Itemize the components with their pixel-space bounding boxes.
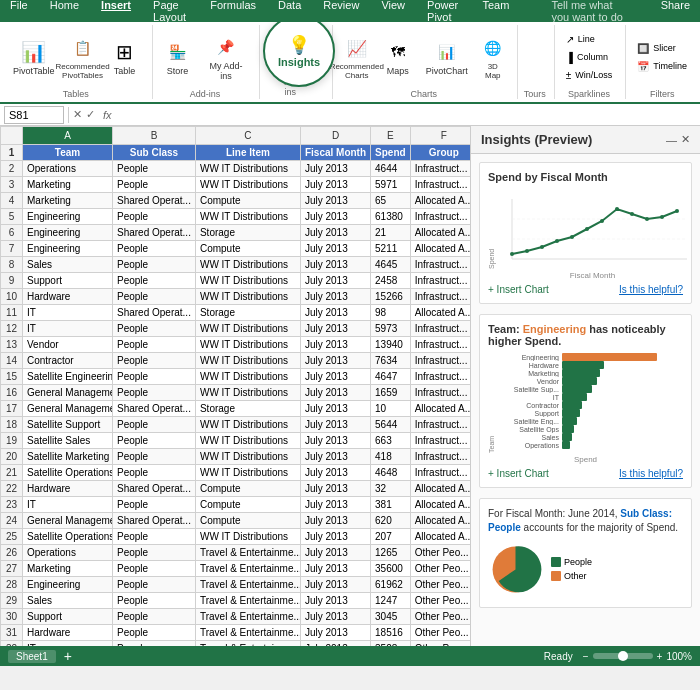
cell[interactable]: Allocated A... [410, 401, 470, 417]
cell[interactable]: Satellite Operations [23, 465, 113, 481]
cell[interactable]: July 2013 [300, 609, 370, 625]
store-button[interactable]: 🏪 Store [159, 35, 197, 79]
cell[interactable]: People [113, 641, 196, 647]
cell[interactable]: Allocated A... [410, 241, 470, 257]
cell[interactable]: Storage [195, 401, 300, 417]
header-lineitem[interactable]: Line Item [195, 145, 300, 161]
cell[interactable]: Travel & Entertainme... [195, 545, 300, 561]
cell[interactable]: People [113, 577, 196, 593]
cell[interactable]: 1265 [371, 545, 411, 561]
cell[interactable]: Infrastruct... [410, 433, 470, 449]
cell[interactable]: Infrastruct... [410, 273, 470, 289]
cell[interactable]: July 2013 [300, 481, 370, 497]
col-header-f[interactable]: F [410, 127, 470, 145]
cell[interactable]: People [113, 161, 196, 177]
cell[interactable]: 663 [371, 433, 411, 449]
sheet-tab-1[interactable]: Sheet1 [8, 650, 56, 663]
cell[interactable]: WW IT Distributions [195, 257, 300, 273]
col-header-d[interactable]: D [300, 127, 370, 145]
cell[interactable]: July 2013 [300, 401, 370, 417]
cell[interactable]: Infrastruct... [410, 449, 470, 465]
name-box[interactable] [4, 106, 64, 124]
cell[interactable]: Allocated A... [410, 529, 470, 545]
cell[interactable]: Marketing [23, 177, 113, 193]
cell[interactable]: Sales [23, 593, 113, 609]
cell[interactable]: Storage [195, 305, 300, 321]
cell[interactable]: WW IT Distributions [195, 289, 300, 305]
cell[interactable]: Other Peo... [410, 625, 470, 641]
cell[interactable]: WW IT Distributions [195, 273, 300, 289]
cell[interactable]: Other Peo... [410, 609, 470, 625]
cell[interactable]: Vendor [23, 337, 113, 353]
timeline-button[interactable]: 📅 Timeline [632, 58, 692, 75]
cell[interactable]: 1247 [371, 593, 411, 609]
cell[interactable]: People [113, 625, 196, 641]
cell[interactable]: Engineering [23, 577, 113, 593]
cell[interactable]: 32 [371, 481, 411, 497]
add-sheet-button[interactable]: + [64, 648, 72, 664]
pivottable-button[interactable]: 📊 PivotTable [8, 35, 60, 79]
cell[interactable]: Other Peo... [410, 577, 470, 593]
recommended-charts-button[interactable]: 📈 Recommended Charts [339, 31, 375, 83]
cell[interactable]: 3528 [371, 641, 411, 647]
insert-chart-btn-1[interactable]: + Insert Chart [488, 284, 549, 295]
cell[interactable]: Infrastruct... [410, 161, 470, 177]
cell[interactable]: Infrastruct... [410, 321, 470, 337]
zoom-out-icon[interactable]: − [583, 651, 589, 662]
cell[interactable]: Shared Operat... [113, 225, 196, 241]
header-subclass[interactable]: Sub Class [113, 145, 196, 161]
cell[interactable]: 5644 [371, 417, 411, 433]
cell[interactable]: Travel & Entertainme... [195, 641, 300, 647]
cell[interactable]: Allocated A... [410, 513, 470, 529]
cell[interactable]: WW IT Distributions [195, 449, 300, 465]
col-header-e[interactable]: E [371, 127, 411, 145]
cell[interactable]: Other Peo... [410, 593, 470, 609]
cell[interactable]: Operations [23, 545, 113, 561]
cell[interactable]: People [113, 545, 196, 561]
header-spend[interactable]: Spend [371, 145, 411, 161]
cell[interactable]: People [113, 417, 196, 433]
slicer-button[interactable]: 🔲 Slicer [632, 40, 692, 57]
cell[interactable]: Shared Operat... [113, 513, 196, 529]
cell[interactable]: WW IT Distributions [195, 385, 300, 401]
cell[interactable]: IT [23, 305, 113, 321]
cell[interactable]: 61962 [371, 577, 411, 593]
formula-input[interactable] [120, 109, 696, 121]
cell[interactable]: July 2013 [300, 289, 370, 305]
cell[interactable]: 21 [371, 225, 411, 241]
cell[interactable]: July 2013 [300, 353, 370, 369]
cell[interactable]: Other Peo... [410, 545, 470, 561]
cell[interactable]: WW IT Distributions [195, 177, 300, 193]
cell[interactable]: WW IT Distributions [195, 433, 300, 449]
cell[interactable]: Satellite Marketing [23, 449, 113, 465]
cell[interactable]: Contractor [23, 353, 113, 369]
cell[interactable]: WW IT Distributions [195, 209, 300, 225]
col-header-b[interactable]: B [113, 127, 196, 145]
cell[interactable]: General Management [23, 513, 113, 529]
cancel-icon[interactable]: ✕ [73, 108, 82, 121]
cell[interactable]: Compute [195, 241, 300, 257]
cell[interactable]: Support [23, 609, 113, 625]
cell[interactable]: 4645 [371, 257, 411, 273]
cell[interactable]: IT [23, 321, 113, 337]
col-header-a[interactable]: A [23, 127, 113, 145]
maps-button[interactable]: 🗺 Maps [379, 35, 417, 79]
cell[interactable]: July 2013 [300, 417, 370, 433]
cell[interactable]: July 2013 [300, 497, 370, 513]
cell[interactable]: Travel & Entertainme... [195, 577, 300, 593]
cell[interactable]: Operations [23, 161, 113, 177]
cell[interactable]: 4647 [371, 369, 411, 385]
cell[interactable]: 65 [371, 193, 411, 209]
cell[interactable]: People [113, 353, 196, 369]
cell[interactable]: Travel & Entertainme... [195, 561, 300, 577]
table-button[interactable]: ⊞ Table [106, 35, 144, 79]
line-sparkline-button[interactable]: ↗ Line [561, 31, 618, 48]
cell[interactable]: 3045 [371, 609, 411, 625]
cell[interactable]: People [113, 177, 196, 193]
cell[interactable]: 5211 [371, 241, 411, 257]
cell[interactable]: July 2013 [300, 193, 370, 209]
cell[interactable]: July 2013 [300, 225, 370, 241]
header-group[interactable]: Group [410, 145, 470, 161]
cell[interactable]: Engineering [23, 225, 113, 241]
cell[interactable]: 381 [371, 497, 411, 513]
